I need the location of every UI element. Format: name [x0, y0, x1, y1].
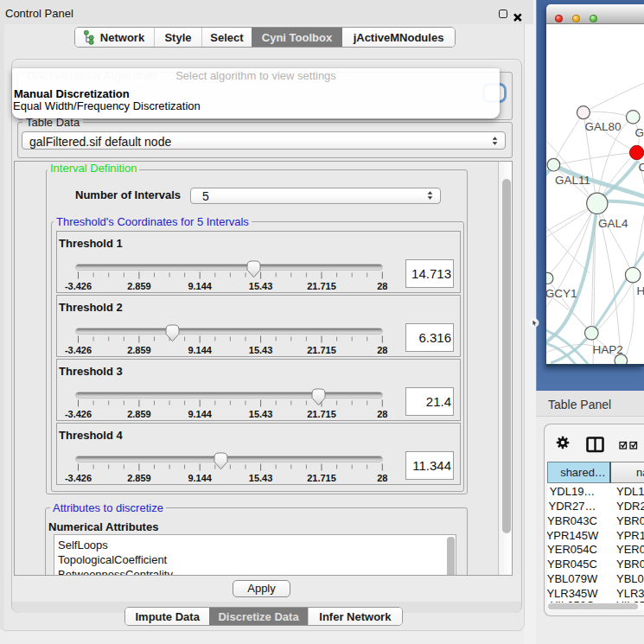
svg-text:CY: CY	[639, 161, 644, 174]
svg-text:HAP2: HAP2	[593, 343, 623, 356]
svg-text:GAL11: GAL11	[555, 174, 590, 187]
svg-text:HI: HI	[637, 284, 644, 297]
svg-text:GAL7: GAL7	[634, 126, 644, 139]
svg-text:GAL80: GAL80	[584, 120, 621, 133]
svg-text:GAL4: GAL4	[598, 217, 628, 230]
svg-text:GCY1: GCY1	[546, 287, 577, 300]
